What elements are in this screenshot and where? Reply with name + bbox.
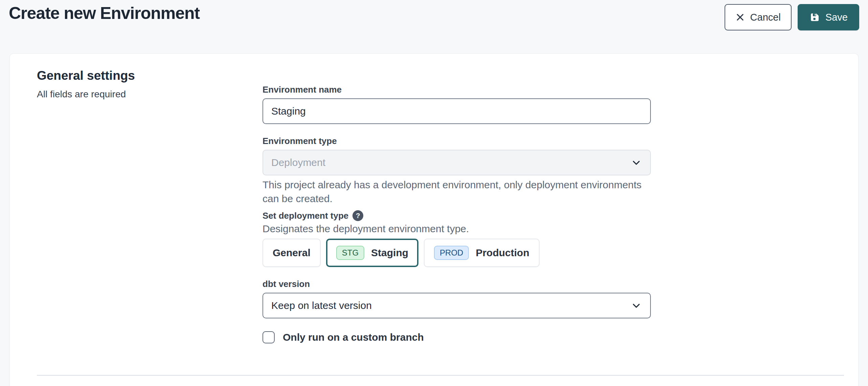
deployment-type-label: Set deployment type	[262, 211, 348, 221]
section-head: General settings All fields are required	[37, 69, 135, 100]
section-subtitle: All fields are required	[37, 89, 135, 100]
deployment-option-staging[interactable]: STG Staging	[326, 239, 418, 267]
section-divider	[37, 375, 844, 376]
header-actions: Cancel Save	[725, 4, 859, 30]
custom-branch-row: Only run on a custom branch	[262, 331, 651, 343]
page-header: Create new Environment Cancel Save	[0, 0, 868, 41]
create-environment-page: { "page": { "title": "Create new Environ…	[0, 0, 868, 386]
page-title: Create new Environment	[9, 3, 200, 23]
environment-type-select: Deployment	[262, 150, 651, 175]
chevron-down-icon	[631, 300, 642, 311]
floppy-save-icon	[809, 12, 820, 23]
section-title: General settings	[37, 69, 135, 83]
environment-name-label: Environment name	[262, 84, 651, 95]
deployment-type-description: Designates the deployment environment ty…	[262, 223, 651, 235]
staging-badge: STG	[336, 246, 364, 260]
environment-type-value: Deployment	[271, 157, 325, 168]
save-button[interactable]: Save	[798, 4, 859, 30]
deployment-option-general[interactable]: General	[262, 239, 321, 267]
deployment-option-general-label: General	[273, 247, 311, 259]
dbt-version-label: dbt version	[262, 279, 651, 289]
deployment-type-label-row: Set deployment type ?	[262, 210, 651, 221]
environment-name-input[interactable]	[262, 98, 651, 124]
dbt-version-select[interactable]: Keep on latest version	[262, 293, 651, 318]
deployment-option-staging-label: Staging	[371, 247, 408, 259]
save-button-label: Save	[825, 12, 848, 23]
question-help-icon[interactable]: ?	[352, 210, 363, 221]
deployment-type-options: General STG Staging PROD Production	[262, 239, 651, 267]
environment-type-helper: This project already has a development e…	[262, 178, 651, 206]
cancel-button-label: Cancel	[750, 12, 781, 23]
cancel-button[interactable]: Cancel	[725, 4, 792, 30]
deployment-option-production-label: Production	[476, 247, 529, 259]
general-settings-card: General settings All fields are required…	[9, 53, 859, 386]
custom-branch-checkbox[interactable]	[262, 331, 275, 343]
x-icon	[735, 13, 745, 22]
production-badge: PROD	[434, 246, 469, 260]
environment-form: Environment name Environment type Deploy…	[262, 84, 651, 343]
dbt-version-value: Keep on latest version	[271, 300, 372, 311]
custom-branch-label: Only run on a custom branch	[283, 332, 424, 343]
deployment-option-production[interactable]: PROD Production	[424, 239, 540, 267]
chevron-down-icon	[631, 157, 642, 168]
environment-type-label: Environment type	[262, 136, 651, 146]
